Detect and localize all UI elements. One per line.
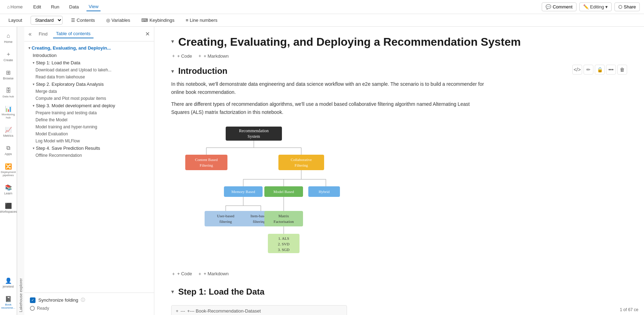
list-icon: ☰ xyxy=(71,18,75,23)
intro-collapse-button[interactable]: ▾ xyxy=(171,68,174,75)
toc-item-compute[interactable]: Compute and Plot most popular items xyxy=(24,95,154,102)
variables-button[interactable]: ◎ Variables xyxy=(103,16,133,24)
toc-item-prepare[interactable]: Prepare training and testing data xyxy=(24,109,154,116)
sidebar-item-deployment[interactable]: 🔀 Deployment pipelines xyxy=(1,160,16,180)
toc-footer: ✓ Synchronize folding ⓘ Ready xyxy=(24,292,154,315)
toc-item-step4[interactable]: ▾ Step 4. Save Prediction Results xyxy=(24,144,154,152)
tab-find[interactable]: Find xyxy=(36,30,50,38)
user-icon: 👤 xyxy=(5,277,12,284)
lakehouse-explorer-label[interactable]: Lakehouse explorer xyxy=(17,27,24,315)
desc-paragraph-1: In this notebook, we'll demonstrate data… xyxy=(171,80,488,96)
toolbar: Layout Standard ☰ Contents ◎ Variables ⌨… xyxy=(0,14,644,27)
toc-item-evaluation[interactable]: Model Evaluation xyxy=(24,130,154,137)
svg-text:User-based: User-based xyxy=(217,214,234,218)
add-markdown-button-2[interactable]: ＋ + Markdown xyxy=(198,271,228,277)
toc-item-mlflow[interactable]: Log Model with MLFlow xyxy=(24,137,154,144)
svg-text:Filtering: Filtering xyxy=(295,163,308,167)
toc-item-step2[interactable]: ▾ Step 2. Exploratory Data Analysis xyxy=(24,81,154,88)
comment-icon: 💬 xyxy=(546,4,551,9)
layout-select[interactable]: Standard xyxy=(31,16,63,25)
svg-text:filtering: filtering xyxy=(219,219,232,224)
toc-item-training[interactable]: Model training and hyper-tunning xyxy=(24,123,154,130)
sync-checkbox[interactable]: ✓ xyxy=(30,297,36,303)
toc-item-offline[interactable]: Offline Recommendation xyxy=(24,152,154,159)
comment-button[interactable]: 💬 Comment xyxy=(542,2,576,11)
code-view-button[interactable]: </> xyxy=(572,65,582,75)
nav-run[interactable]: Run xyxy=(49,3,62,11)
share-button[interactable]: ⬡ Share xyxy=(614,2,640,11)
plus-icon: ＋ xyxy=(198,271,202,277)
sidebar-item-monitoring[interactable]: 📊 Monitoring hub xyxy=(1,102,16,122)
chevron-down-icon: ▾ xyxy=(605,4,608,9)
svg-text:Factorisation: Factorisation xyxy=(273,219,294,224)
sidebar-item-book[interactable]: 📓 Book recomme... xyxy=(1,292,16,312)
sidebar-item-workspaces[interactable]: ⬛ Workspaces xyxy=(1,199,16,216)
toc-item-step1[interactable]: ▾ Step 1: Load the Data xyxy=(24,59,154,66)
nav-data[interactable]: Data xyxy=(67,3,81,11)
sidebar-item-jenetest[interactable]: 👤 jenetest xyxy=(1,274,16,291)
keybindings-button[interactable]: ⌨ Keybindings xyxy=(139,16,177,24)
intro-section-header: ▾ Introduction xyxy=(171,66,627,76)
home-icon: ⌂ xyxy=(7,4,10,9)
svg-text:Content Based: Content Based xyxy=(195,158,218,162)
toc-item-merge[interactable]: Merge data xyxy=(24,88,154,95)
svg-text:filtering: filtering xyxy=(253,219,265,224)
share-icon: ⬡ xyxy=(618,4,622,9)
more-options-button[interactable]: ••• xyxy=(606,65,616,75)
contents-button[interactable]: ☰ Contents xyxy=(68,16,98,24)
nav-view[interactable]: View xyxy=(86,2,101,11)
diagram-container: Recommendation System Content Based Filt… xyxy=(171,123,627,264)
tab-toc[interactable]: Table of contents xyxy=(53,30,93,38)
metrics-icon: 📈 xyxy=(5,126,12,133)
editing-button[interactable]: ✏️ Editing ▾ xyxy=(579,2,612,11)
step1-collapse-button[interactable]: ▾ xyxy=(171,288,174,295)
sidebar-item-home[interactable]: ⌂ Home xyxy=(1,30,16,46)
lock-button[interactable]: 🔒 xyxy=(595,65,605,75)
variables-icon: ◎ xyxy=(106,18,110,23)
sidebar-item-metrics[interactable]: 📈 Metrics xyxy=(1,123,16,140)
sidebar-item-apps[interactable]: ⧉ Apps xyxy=(1,142,16,159)
edit-button[interactable]: ✏ xyxy=(584,65,593,75)
plus-icon: ＋ xyxy=(198,53,202,59)
toc-item-define[interactable]: Define the Model xyxy=(24,116,154,123)
sync-row: ✓ Synchronize folding ⓘ xyxy=(30,297,148,303)
sidebar-icons: ⌂ Home ＋ Create ⊞ Browse 🗄 Data hub 📊 Mo… xyxy=(0,27,17,315)
top-nav: ⌂ Home Edit Run Data View 💬 Comment ✏️ E… xyxy=(0,0,644,14)
sidebar-item-learn[interactable]: 📚 Learn xyxy=(1,181,16,198)
sidebar-item-create[interactable]: ＋ Create xyxy=(1,48,16,65)
toc-item-intro[interactable]: Introduction xyxy=(24,52,154,59)
book-icon: 📓 xyxy=(5,295,12,302)
top-nav-right: 💬 Comment ✏️ Editing ▾ ⬡ Share xyxy=(542,2,640,11)
sidebar-item-datahub[interactable]: 🗄 Data hub xyxy=(1,84,16,101)
svg-text:Matrix: Matrix xyxy=(278,214,289,218)
step1-section-header: ▾ Step 1: Load the Data xyxy=(171,284,627,300)
nav-home[interactable]: ⌂ Home xyxy=(4,3,26,11)
chevron-down-icon: ▾ xyxy=(28,46,30,50)
close-icon[interactable]: ✕ xyxy=(145,31,150,37)
sidebar-item-browse[interactable]: ⊞ Browse xyxy=(1,66,16,83)
panel-collapse-button[interactable]: « xyxy=(28,31,32,37)
datahub-icon: 🗄 xyxy=(5,87,12,94)
svg-text:2. SVD: 2. SVD xyxy=(278,242,289,246)
learn-icon: 📚 xyxy=(5,184,12,191)
deployment-icon: 🔀 xyxy=(5,163,12,170)
nav-edit[interactable]: Edit xyxy=(31,3,43,11)
create-icon: ＋ xyxy=(5,51,12,58)
toc-item-read-data[interactable]: Read data from lakehouse xyxy=(24,73,154,81)
add-markdown-button[interactable]: ＋ + Markdown xyxy=(198,53,228,59)
content-based-node xyxy=(185,155,227,170)
lines-icon: ≡ xyxy=(186,18,188,23)
notebook-title: Creating, Evaluating, and Deploying a Re… xyxy=(178,35,521,49)
add-code-button-2[interactable]: ＋ + Code xyxy=(171,271,192,277)
svg-text:3. SGD: 3. SGD xyxy=(278,248,289,252)
toc-item-main[interactable]: ▾ Creating, Evaluating, and Deployin... xyxy=(24,44,154,52)
layout-label: Layout xyxy=(6,16,25,24)
delete-button[interactable]: 🗑 xyxy=(617,65,627,75)
ready-row: Ready xyxy=(30,306,148,311)
chevron-down-icon: ▾ xyxy=(33,82,34,86)
toc-item-step3[interactable]: ▾ Step 3. Model development and deploy xyxy=(24,102,154,109)
section-collapse-button[interactable]: ▾ xyxy=(171,38,174,45)
add-code-button[interactable]: ＋ + Code xyxy=(171,53,192,59)
toc-item-download[interactable]: Download dataset and Upload to lakeh... xyxy=(24,66,154,73)
line-numbers-button[interactable]: ≡ Line numbers xyxy=(183,16,220,24)
